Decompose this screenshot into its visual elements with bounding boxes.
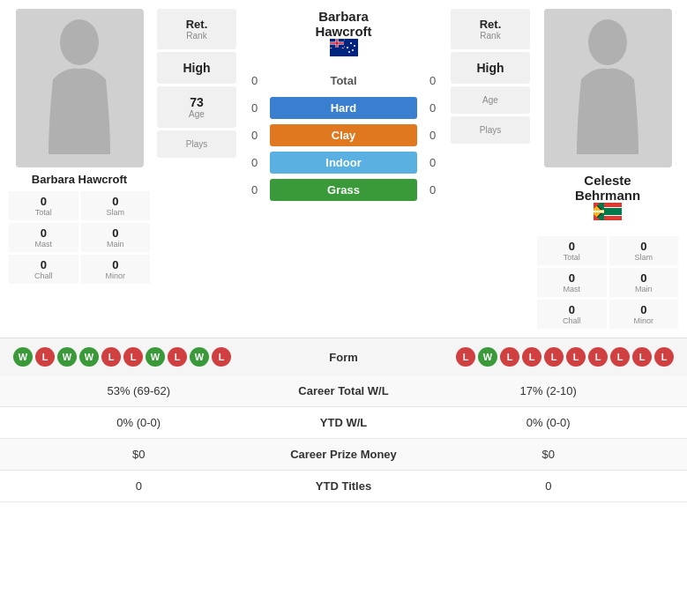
player1-main: 0 Main	[81, 223, 151, 252]
clay-right-score: 0	[422, 129, 444, 142]
stat-center-label: YTD Titles	[265, 479, 423, 493]
player1-minor: 0 Minor	[81, 255, 151, 284]
player1-age: 73 Age	[157, 86, 236, 128]
svg-rect-25	[604, 216, 622, 220]
svg-rect-24	[604, 203, 622, 207]
player2-age: Age	[451, 86, 530, 114]
player1-stats-grid: 0 Total 0 Slam 0 Mast 0 Main 0 Chall	[9, 191, 150, 284]
hard-left-score: 0	[243, 101, 265, 115]
form-badge-l: L	[456, 347, 475, 367]
form-badge-w: W	[478, 347, 497, 367]
hard-right-score: 0	[422, 101, 444, 115]
player2-flag	[575, 203, 640, 220]
player1-col: Barbara Hawcroft 0 Total 0 Slam 0 Mast 0…	[9, 9, 150, 329]
player2-stats-grid: 0 Total 0 Slam 0 Mast 0 Main 0 Chall	[537, 236, 678, 329]
player1-name-header: Barbara Hawcroft	[315, 9, 371, 63]
player1-chall: 0 Chall	[9, 255, 78, 284]
player1-silhouette	[40, 18, 119, 159]
player2-name-area: Celeste Behrmann	[575, 173, 640, 227]
player1-ret-rank: Ret. Rank	[157, 9, 236, 49]
stat-left-value: 0% (0-0)	[13, 416, 265, 429]
svg-point-11	[350, 42, 352, 44]
stat-right-value: 17% (2-10)	[423, 384, 675, 397]
stats-row: 53% (69-62)Career Total W/L17% (2-10)	[0, 375, 687, 407]
indoor-right-score: 0	[422, 156, 444, 169]
grass-left-score: 0	[243, 183, 265, 197]
clay-left-score: 0	[243, 129, 265, 142]
player2-silhouette	[568, 18, 647, 159]
player1-high: High	[157, 52, 236, 84]
player2-avatar	[544, 9, 672, 167]
form-badge-w: W	[13, 347, 33, 367]
stat-center-label: Career Total W/L	[265, 384, 423, 397]
stat-left-value: 0	[13, 479, 265, 493]
stats-rows: 53% (69-62)Career Total W/L17% (2-10)0% …	[0, 375, 687, 502]
form-badge-l: L	[632, 347, 652, 367]
grass-right-score: 0	[422, 183, 444, 197]
svg-point-14	[348, 51, 350, 53]
player1-flag	[315, 39, 371, 56]
player2-form: LWLLLLLLLL	[388, 347, 675, 367]
svg-point-12	[354, 45, 355, 47]
form-badge-w: W	[190, 347, 209, 367]
indoor-left-score: 0	[243, 156, 265, 169]
player1-mast: 0 Mast	[9, 223, 78, 252]
stats-row: 0YTD Titles0	[0, 471, 687, 502]
svg-point-16	[588, 19, 627, 65]
hard-badge: Hard	[270, 97, 417, 119]
svg-point-15	[347, 47, 348, 48]
player2-high: High	[451, 52, 530, 84]
surface-clay-row: 0 Clay 0	[243, 124, 444, 146]
player2-mast: 0 Mast	[537, 268, 607, 297]
stats-row: 0% (0-0)YTD W/L0% (0-0)	[0, 407, 687, 439]
stat-right-value: 0% (0-0)	[423, 416, 675, 429]
stat-left-value: $0	[13, 448, 265, 461]
player2-total: 0 Total	[537, 236, 607, 265]
stat-right-value: $0	[423, 448, 675, 461]
player1-avatar	[16, 9, 144, 167]
player2-plays: Plays	[451, 116, 530, 144]
form-badge-l: L	[522, 347, 541, 367]
left-stats-col: Ret. Rank High 73 Age Plays	[157, 9, 236, 329]
form-badge-l: L	[168, 347, 187, 367]
svg-rect-27	[604, 208, 622, 215]
form-badge-l: L	[101, 347, 121, 367]
form-badge-l: L	[654, 347, 674, 367]
player2-minor: 0 Minor	[609, 300, 679, 329]
player2-slam: 0 Slam	[609, 236, 679, 265]
center-col: Barbara Hawcroft	[243, 9, 444, 329]
comparison-container: Barbara Hawcroft 0 Total 0 Slam 0 Mast 0…	[0, 0, 687, 502]
stat-right-value: 0	[423, 479, 675, 493]
form-badge-l: L	[588, 347, 608, 367]
form-badge-w: W	[79, 347, 99, 367]
player2-ret-rank: Ret. Rank	[451, 9, 530, 49]
player1-total: 0 Total	[9, 191, 78, 220]
surface-indoor-row: 0 Indoor 0	[243, 152, 444, 174]
player2-col: Celeste Behrmann	[537, 9, 678, 329]
indoor-badge: Indoor	[270, 152, 417, 174]
right-stats-col: Ret. Rank High Age Plays	[451, 9, 530, 329]
form-badge-l: L	[566, 347, 586, 367]
player1-plays: Plays	[157, 130, 236, 158]
total-left-score: 0	[243, 74, 265, 87]
form-badge-l: L	[544, 347, 564, 367]
stats-row: $0Career Prize Money$0	[0, 439, 687, 471]
player2-chall: 0 Chall	[537, 300, 607, 329]
total-label: Total	[270, 70, 417, 92]
surface-total-row: 0 Total 0	[243, 70, 444, 92]
form-badge-l: L	[500, 347, 519, 367]
form-badge-l: L	[610, 347, 630, 367]
form-section: WLWWLLWLWL Form LWLLLLLLLL	[0, 338, 687, 375]
svg-point-0	[60, 19, 99, 65]
grass-badge: Grass	[270, 179, 417, 201]
form-badge-l: L	[123, 347, 143, 367]
form-badge-l: L	[35, 347, 55, 367]
form-badge-l: L	[212, 347, 231, 367]
clay-badge: Clay	[270, 124, 417, 146]
player2-main: 0 Main	[609, 268, 679, 297]
form-label: Form	[300, 351, 388, 364]
surface-grass-row: 0 Grass 0	[243, 179, 444, 201]
surface-hard-row: 0 Hard 0	[243, 97, 444, 119]
total-right-score: 0	[422, 74, 444, 87]
player1-form: WLWWLLWLWL	[13, 347, 300, 367]
